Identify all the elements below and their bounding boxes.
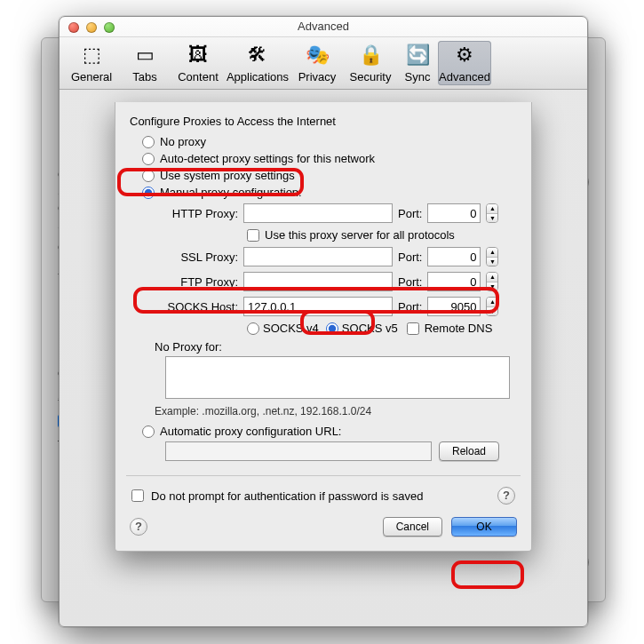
- ssl-proxy-input[interactable]: [243, 247, 393, 266]
- divider: [126, 475, 521, 476]
- socks-port-stepper[interactable]: ▲▼: [486, 297, 498, 316]
- radio-manual-proxy[interactable]: [142, 187, 155, 199]
- window-title: Advanced: [60, 17, 587, 36]
- radio-label: Auto-detect proxy settings for this netw…: [160, 152, 375, 165]
- content-icon: 🖼: [184, 41, 212, 69]
- help-icon[interactable]: ?: [130, 518, 147, 536]
- toolbar-tabs[interactable]: ▭Tabs: [118, 41, 171, 85]
- toolbar-sync[interactable]: 🔄Sync: [397, 41, 438, 85]
- checkbox-label: Remote DNS: [425, 322, 493, 335]
- gear-icon: ⚙: [450, 41, 479, 69]
- radio-label: Automatic proxy configuration URL:: [160, 425, 341, 438]
- toolbar-label: Privacy: [298, 70, 337, 83]
- reload-button[interactable]: Reload: [439, 441, 499, 461]
- no-proxy-for-textarea[interactable]: [165, 356, 510, 399]
- toolbar-label: Applications: [227, 70, 289, 83]
- radio-pac-url[interactable]: [142, 425, 155, 438]
- toolbar-label: Content: [178, 70, 219, 83]
- same-proxy-checkbox[interactable]: [247, 229, 259, 242]
- sheet-heading: Configure Proxies to Access the Internet: [130, 115, 517, 128]
- socks-host-input[interactable]: [243, 297, 393, 316]
- auth-prompt-checkbox[interactable]: [131, 489, 144, 502]
- ok-button[interactable]: OK: [451, 517, 517, 537]
- ssl-proxy-row: SSL Proxy: Port: ▲▼: [130, 244, 517, 269]
- ftp-port-input[interactable]: [427, 272, 481, 291]
- pac-url-row: Reload: [130, 440, 517, 468]
- no-proxy-for-row: No Proxy for:: [130, 338, 517, 356]
- cancel-button[interactable]: Cancel: [383, 517, 442, 537]
- radio-system-row: Use system proxy settings: [130, 167, 517, 184]
- preferences-toolbar: ⬚General ▭Tabs 🖼Content 🛠Applications 🎭P…: [60, 36, 587, 90]
- toolbar-general[interactable]: ⬚General: [65, 41, 118, 85]
- radio-label: SOCKS v5: [342, 322, 398, 335]
- radio-auto-detect-row: Auto-detect proxy settings for this netw…: [130, 150, 517, 167]
- sheet-footer: ? Cancel OK: [130, 510, 517, 537]
- radio-socks-v4[interactable]: [247, 322, 259, 335]
- checkbox-label: Use this proxy server for all protocols: [265, 228, 455, 242]
- radio-label: Manual proxy configuration:: [160, 186, 302, 199]
- http-port-input[interactable]: [427, 203, 481, 223]
- radio-system-proxy[interactable]: [142, 170, 155, 182]
- port-label: Port:: [398, 207, 422, 220]
- mask-icon: 🎭: [303, 41, 331, 69]
- ftp-proxy-label: FTP Proxy:: [155, 275, 238, 289]
- pac-url-input[interactable]: [165, 441, 432, 461]
- toolbar-label: Advanced: [439, 70, 490, 83]
- checkbox-label: Do not prompt for authentication if pass…: [151, 489, 423, 503]
- radio-no-proxy-row: No proxy: [130, 133, 517, 150]
- ssl-proxy-label: SSL Proxy:: [155, 250, 238, 264]
- toolbar-label: General: [71, 70, 112, 83]
- proxy-settings-sheet: Configure Proxies to Access the Internet…: [115, 102, 532, 552]
- same-proxy-row: Use this proxy server for all protocols: [130, 226, 517, 244]
- tabs-icon: ▭: [131, 41, 159, 69]
- help-icon[interactable]: ?: [497, 487, 515, 505]
- toolbar-security[interactable]: 🔒Security: [344, 41, 397, 85]
- radio-no-proxy[interactable]: [142, 136, 155, 148]
- radio-socks-v5[interactable]: [326, 322, 338, 335]
- http-proxy-input[interactable]: [243, 203, 393, 223]
- port-label: Port:: [398, 300, 422, 314]
- http-proxy-row: HTTP Proxy: Port: ▲▼: [130, 201, 517, 226]
- no-proxy-for-label: No Proxy for:: [155, 340, 238, 354]
- remote-dns-checkbox[interactable]: [407, 322, 419, 335]
- preferences-window: Advanced ⬚General ▭Tabs 🖼Content 🛠Applic…: [59, 16, 588, 627]
- port-label: Port:: [398, 275, 422, 289]
- ssl-port-input[interactable]: [427, 247, 481, 266]
- toolbar-advanced[interactable]: ⚙Advanced: [438, 41, 491, 85]
- window-controls: [68, 22, 115, 33]
- radio-label: Use system proxy settings: [160, 169, 295, 182]
- radio-auto-detect[interactable]: [142, 153, 155, 165]
- toolbar-label: Sync: [405, 70, 431, 83]
- apps-icon: 🛠: [243, 41, 272, 69]
- http-port-stepper[interactable]: ▲▼: [486, 203, 498, 223]
- socks-version-row: SOCKS v4 SOCKS v5 Remote DNS: [130, 319, 517, 338]
- radio-pac-row: Automatic proxy configuration URL:: [130, 423, 517, 440]
- lock-icon: 🔒: [356, 41, 385, 69]
- toolbar-privacy[interactable]: 🎭Privacy: [290, 41, 344, 85]
- ftp-proxy-input[interactable]: [243, 272, 393, 291]
- ftp-proxy-row: FTP Proxy: Port: ▲▼: [130, 269, 517, 294]
- toolbar-content[interactable]: 🖼Content: [171, 41, 225, 85]
- close-icon[interactable]: [68, 22, 79, 33]
- toolbar-label: Tabs: [132, 70, 156, 83]
- sync-icon: 🔄: [403, 41, 432, 69]
- minimize-icon[interactable]: [86, 22, 97, 33]
- radio-manual-row: Manual proxy configuration:: [130, 184, 517, 201]
- radio-label: SOCKS v4: [263, 322, 319, 335]
- zoom-icon[interactable]: [104, 22, 115, 33]
- switch-icon: ⬚: [77, 41, 106, 69]
- toolbar-applications[interactable]: 🛠Applications: [225, 41, 290, 85]
- toolbar-label: Security: [350, 70, 392, 83]
- no-proxy-example: Example: .mozilla.org, .net.nz, 192.168.…: [130, 402, 517, 423]
- http-proxy-label: HTTP Proxy:: [155, 207, 238, 220]
- socks-host-label: SOCKS Host:: [155, 300, 238, 314]
- radio-label: No proxy: [160, 135, 206, 148]
- auth-prompt-row: Do not prompt for authentication if pass…: [130, 483, 517, 510]
- ssl-port-stepper[interactable]: ▲▼: [486, 247, 498, 266]
- socks-host-row: SOCKS Host: Port: ▲▼: [130, 294, 517, 319]
- port-label: Port:: [398, 250, 422, 264]
- ftp-port-stepper[interactable]: ▲▼: [486, 272, 498, 291]
- socks-port-input[interactable]: [427, 297, 481, 316]
